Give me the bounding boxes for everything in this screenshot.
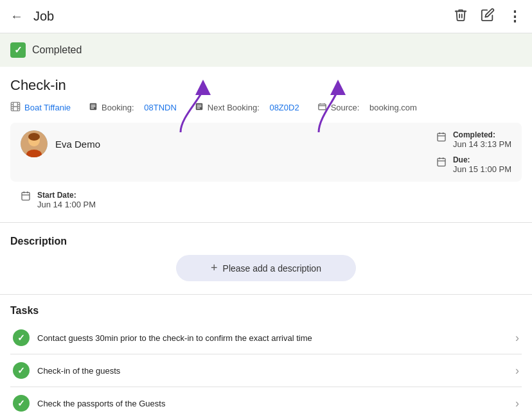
description-title: Description (10, 236, 522, 247)
svg-rect-15 (438, 159, 445, 166)
completed-banner: Completed (0, 33, 532, 67)
description-section: Description + Please add a description (0, 227, 532, 290)
edit-button[interactable] (481, 8, 495, 25)
page-title: Job (33, 9, 454, 24)
svg-rect-3 (91, 106, 96, 107)
chevron-icon-3: › (515, 397, 519, 410)
source-icon (317, 102, 327, 114)
booking-link[interactable]: 08TNDN (144, 103, 177, 112)
task-item[interactable]: Check-in of the guests › (10, 354, 522, 387)
due-date-label: Due: (453, 155, 511, 164)
completed-label: Completed (32, 44, 82, 56)
back-button[interactable]: ← (10, 9, 23, 24)
property-link[interactable]: Boat Tiffanie (24, 103, 71, 112)
task-item[interactable]: Check the passports of the Guests › (10, 387, 522, 418)
due-date-value: Jun 15 1:00 PM (453, 164, 511, 174)
task-check-1 (13, 329, 30, 346)
info-row: Boat Tiffanie Booking: 08TNDN Next Booki… (10, 101, 522, 114)
task-text-2: Check-in of the guests (37, 366, 508, 376)
plus-icon: + (211, 261, 218, 275)
svg-rect-2 (91, 105, 96, 105)
svg-rect-14 (438, 134, 445, 141)
divider-1 (0, 222, 532, 223)
svg-rect-8 (197, 108, 200, 109)
source-value: booking.com (369, 103, 417, 112)
task-item[interactable]: Contact guests 30min prior to the check-… (10, 322, 522, 354)
calendar-icon-due (436, 157, 447, 170)
divider-2 (0, 294, 532, 295)
completed-date-item: Completed: Jun 14 3:13 PM (436, 130, 511, 149)
tasks-section: Tasks Contact guests 30min prior to the … (0, 299, 532, 418)
completed-date-label: Completed: (453, 130, 511, 139)
header-actions: ⋮ (454, 8, 522, 25)
task-check-3 (13, 395, 30, 412)
svg-rect-9 (319, 104, 326, 110)
svg-rect-6 (197, 105, 201, 105)
completed-checkbox[interactable] (10, 42, 26, 58)
property-icon (10, 101, 21, 114)
booking-icon (89, 102, 98, 113)
calendar-icon-start (21, 191, 31, 203)
tasks-title: Tasks (10, 305, 522, 317)
delete-button[interactable] (454, 8, 468, 25)
add-description-label: Please add a description (223, 263, 321, 274)
task-text-3: Check the passports of the Guests (37, 399, 508, 408)
source-label: Source: (331, 103, 360, 112)
start-date-row: Start Date: Jun 14 1:00 PM (0, 191, 532, 218)
task-text-1: Contact guests 30min prior to the check-… (37, 333, 508, 343)
completed-date-value: Jun 14 3:13 PM (453, 139, 511, 149)
next-booking-label: Next Booking: (208, 103, 260, 112)
start-date-label: Start Date: (37, 191, 96, 200)
task-check-2 (13, 362, 30, 379)
person-info: Eva Demo (21, 130, 100, 157)
source-item: Source: booking.com (317, 102, 417, 114)
next-booking-item: Next Booking: 08Z0D2 (195, 102, 299, 113)
svg-rect-7 (197, 106, 201, 107)
header: ← Job ⋮ (0, 0, 532, 33)
booking-label: Booking: (102, 103, 134, 112)
start-date-value: Jun 14 1:00 PM (37, 200, 96, 209)
person-dates-panel: Eva Demo Completed: Jun 14 3:13 PM Due: … (10, 123, 522, 182)
booking-item: Booking: 08TNDN (89, 102, 177, 113)
svg-rect-16 (22, 193, 30, 200)
add-description-button[interactable]: + Please add a description (176, 255, 356, 281)
right-dates: Completed: Jun 14 3:13 PM Due: Jun 15 1:… (436, 130, 511, 174)
next-booking-link[interactable]: 08Z0D2 (269, 103, 299, 112)
checkin-section: Check-in Boat Tiffanie Booking: 08TNDN N… (0, 67, 532, 114)
svg-rect-4 (91, 108, 94, 109)
more-button[interactable]: ⋮ (508, 8, 522, 25)
chevron-icon-1: › (515, 331, 519, 345)
calendar-icon-completed (436, 132, 447, 144)
next-booking-icon (195, 102, 204, 113)
svg-point-12 (28, 133, 40, 141)
checkin-title: Check-in (10, 77, 522, 94)
person-name: Eva Demo (55, 139, 100, 150)
chevron-icon-2: › (515, 364, 519, 378)
due-date-item: Due: Jun 15 1:00 PM (436, 155, 511, 174)
avatar (21, 130, 48, 157)
property-item: Boat Tiffanie (10, 101, 71, 114)
